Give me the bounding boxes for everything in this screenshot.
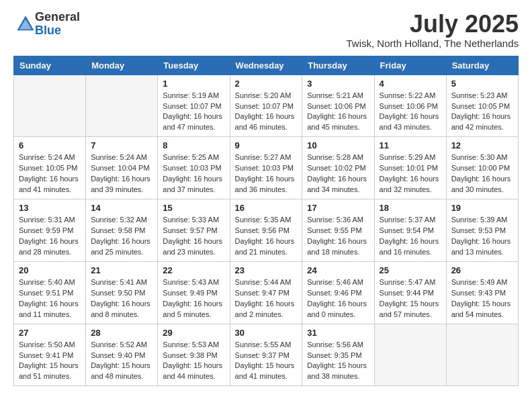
day-info: Sunrise: 5:32 AM Sunset: 9:58 PM Dayligh…: [91, 215, 152, 258]
table-row: 5Sunrise: 5:23 AM Sunset: 10:05 PM Dayli…: [446, 75, 518, 137]
table-row: 8Sunrise: 5:25 AM Sunset: 10:03 PM Dayli…: [158, 137, 230, 199]
day-number: 10: [307, 140, 369, 150]
day-info: Sunrise: 5:28 AM Sunset: 10:02 PM Daylig…: [307, 152, 369, 195]
table-row: 1Sunrise: 5:19 AM Sunset: 10:07 PM Dayli…: [158, 75, 230, 137]
day-number: 27: [19, 328, 81, 338]
table-row: 21Sunrise: 5:41 AM Sunset: 9:50 PM Dayli…: [86, 261, 158, 324]
col-saturday: Saturday: [446, 56, 518, 75]
day-info: Sunrise: 5:50 AM Sunset: 9:41 PM Dayligh…: [19, 340, 81, 383]
logo: General Blue: [13, 11, 80, 38]
table-row: 11Sunrise: 5:29 AM Sunset: 10:01 PM Dayl…: [374, 137, 446, 199]
calendar-week-row: 1Sunrise: 5:19 AM Sunset: 10:07 PM Dayli…: [14, 75, 519, 137]
calendar-week-row: 20Sunrise: 5:40 AM Sunset: 9:51 PM Dayli…: [14, 261, 519, 324]
calendar-week-row: 6Sunrise: 5:24 AM Sunset: 10:05 PM Dayli…: [14, 137, 519, 199]
day-number: 30: [235, 328, 298, 338]
day-info: Sunrise: 5:39 AM Sunset: 9:53 PM Dayligh…: [451, 215, 513, 258]
day-number: 21: [91, 265, 152, 275]
calendar-header-row: Sunday Monday Tuesday Wednesday Thursday…: [14, 56, 519, 75]
day-info: Sunrise: 5:23 AM Sunset: 10:05 PM Daylig…: [451, 91, 513, 134]
calendar-week-row: 13Sunrise: 5:31 AM Sunset: 9:59 PM Dayli…: [14, 199, 519, 262]
day-info: Sunrise: 5:22 AM Sunset: 10:06 PM Daylig…: [380, 91, 441, 134]
table-row: 27Sunrise: 5:50 AM Sunset: 9:41 PM Dayli…: [14, 324, 86, 386]
day-number: 18: [380, 203, 441, 213]
table-row: 19Sunrise: 5:39 AM Sunset: 9:53 PM Dayli…: [446, 199, 518, 262]
table-row: 3Sunrise: 5:21 AM Sunset: 10:06 PM Dayli…: [302, 75, 374, 137]
day-number: 2: [235, 79, 298, 89]
day-number: 4: [380, 79, 441, 89]
day-number: 16: [235, 203, 298, 213]
table-row: 16Sunrise: 5:35 AM Sunset: 9:56 PM Dayli…: [230, 199, 302, 262]
logo-icon: [16, 15, 35, 34]
table-row: 13Sunrise: 5:31 AM Sunset: 9:59 PM Dayli…: [14, 199, 86, 262]
day-number: 19: [451, 203, 513, 213]
day-info: Sunrise: 5:37 AM Sunset: 9:54 PM Dayligh…: [380, 215, 441, 258]
table-row: [374, 324, 446, 386]
day-info: Sunrise: 5:43 AM Sunset: 9:49 PM Dayligh…: [163, 277, 224, 320]
table-row: 28Sunrise: 5:52 AM Sunset: 9:40 PM Dayli…: [86, 324, 158, 386]
day-info: Sunrise: 5:47 AM Sunset: 9:44 PM Dayligh…: [380, 277, 441, 320]
col-monday: Monday: [86, 56, 158, 75]
calendar-week-row: 27Sunrise: 5:50 AM Sunset: 9:41 PM Dayli…: [14, 324, 519, 386]
day-info: Sunrise: 5:40 AM Sunset: 9:51 PM Dayligh…: [19, 277, 81, 320]
location: Twisk, North Holland, The Netherlands: [346, 38, 519, 49]
day-number: 22: [163, 265, 224, 275]
day-info: Sunrise: 5:33 AM Sunset: 9:57 PM Dayligh…: [163, 215, 224, 258]
day-info: Sunrise: 5:46 AM Sunset: 9:46 PM Dayligh…: [307, 277, 369, 320]
logo-general: General: [35, 11, 80, 24]
table-row: [446, 324, 518, 386]
col-friday: Friday: [374, 56, 446, 75]
day-info: Sunrise: 5:49 AM Sunset: 9:43 PM Dayligh…: [451, 277, 513, 320]
day-number: 12: [451, 140, 513, 150]
day-info: Sunrise: 5:35 AM Sunset: 9:56 PM Dayligh…: [235, 215, 298, 258]
table-row: 18Sunrise: 5:37 AM Sunset: 9:54 PM Dayli…: [374, 199, 446, 262]
logo-text: General Blue: [35, 11, 80, 38]
day-info: Sunrise: 5:41 AM Sunset: 9:50 PM Dayligh…: [91, 277, 152, 320]
col-tuesday: Tuesday: [158, 56, 230, 75]
day-number: 5: [451, 79, 513, 89]
day-number: 24: [307, 265, 369, 275]
table-row: [14, 75, 86, 137]
table-row: 25Sunrise: 5:47 AM Sunset: 9:44 PM Dayli…: [374, 261, 446, 324]
table-row: 6Sunrise: 5:24 AM Sunset: 10:05 PM Dayli…: [14, 137, 86, 199]
day-number: 1: [163, 79, 224, 89]
table-row: 14Sunrise: 5:32 AM Sunset: 9:58 PM Dayli…: [86, 199, 158, 262]
table-row: 23Sunrise: 5:44 AM Sunset: 9:47 PM Dayli…: [230, 261, 302, 324]
day-info: Sunrise: 5:21 AM Sunset: 10:06 PM Daylig…: [307, 91, 369, 134]
day-info: Sunrise: 5:19 AM Sunset: 10:07 PM Daylig…: [163, 91, 224, 134]
day-number: 20: [19, 265, 81, 275]
day-info: Sunrise: 5:31 AM Sunset: 9:59 PM Dayligh…: [19, 215, 81, 258]
table-row: 20Sunrise: 5:40 AM Sunset: 9:51 PM Dayli…: [14, 261, 86, 324]
table-row: 30Sunrise: 5:55 AM Sunset: 9:37 PM Dayli…: [230, 324, 302, 386]
title-block: July 2025 Twisk, North Holland, The Neth…: [346, 11, 519, 49]
col-thursday: Thursday: [302, 56, 374, 75]
table-row: 7Sunrise: 5:24 AM Sunset: 10:04 PM Dayli…: [86, 137, 158, 199]
day-number: 13: [19, 203, 81, 213]
table-row: 22Sunrise: 5:43 AM Sunset: 9:49 PM Dayli…: [158, 261, 230, 324]
month-title: July 2025: [346, 11, 519, 38]
day-number: 15: [163, 203, 224, 213]
day-number: 31: [307, 328, 369, 338]
calendar-table: Sunday Monday Tuesday Wednesday Thursday…: [13, 56, 519, 387]
table-row: 15Sunrise: 5:33 AM Sunset: 9:57 PM Dayli…: [158, 199, 230, 262]
table-row: 9Sunrise: 5:27 AM Sunset: 10:03 PM Dayli…: [230, 137, 302, 199]
day-info: Sunrise: 5:27 AM Sunset: 10:03 PM Daylig…: [235, 152, 298, 195]
col-sunday: Sunday: [14, 56, 86, 75]
day-number: 29: [163, 328, 224, 338]
day-number: 8: [163, 140, 224, 150]
day-number: 7: [91, 140, 152, 150]
day-info: Sunrise: 5:52 AM Sunset: 9:40 PM Dayligh…: [91, 340, 152, 383]
logo-blue: Blue: [35, 24, 80, 38]
table-row: 17Sunrise: 5:36 AM Sunset: 9:55 PM Dayli…: [302, 199, 374, 262]
col-wednesday: Wednesday: [230, 56, 302, 75]
table-row: 12Sunrise: 5:30 AM Sunset: 10:00 PM Dayl…: [446, 137, 518, 199]
day-number: 28: [91, 328, 152, 338]
day-number: 3: [307, 79, 369, 89]
day-number: 11: [380, 140, 441, 150]
table-row: 26Sunrise: 5:49 AM Sunset: 9:43 PM Dayli…: [446, 261, 518, 324]
table-row: 24Sunrise: 5:46 AM Sunset: 9:46 PM Dayli…: [302, 261, 374, 324]
table-row: 2Sunrise: 5:20 AM Sunset: 10:07 PM Dayli…: [230, 75, 302, 137]
day-info: Sunrise: 5:56 AM Sunset: 9:35 PM Dayligh…: [307, 340, 369, 383]
day-info: Sunrise: 5:24 AM Sunset: 10:05 PM Daylig…: [19, 152, 81, 195]
day-number: 26: [451, 265, 513, 275]
table-row: 10Sunrise: 5:28 AM Sunset: 10:02 PM Dayl…: [302, 137, 374, 199]
